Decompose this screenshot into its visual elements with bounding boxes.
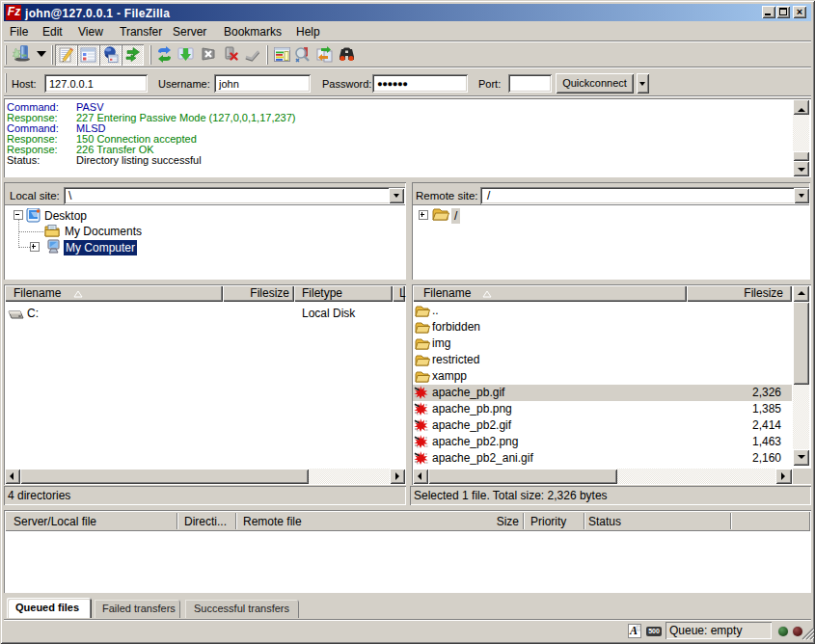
- svg-text:A: A: [629, 624, 638, 637]
